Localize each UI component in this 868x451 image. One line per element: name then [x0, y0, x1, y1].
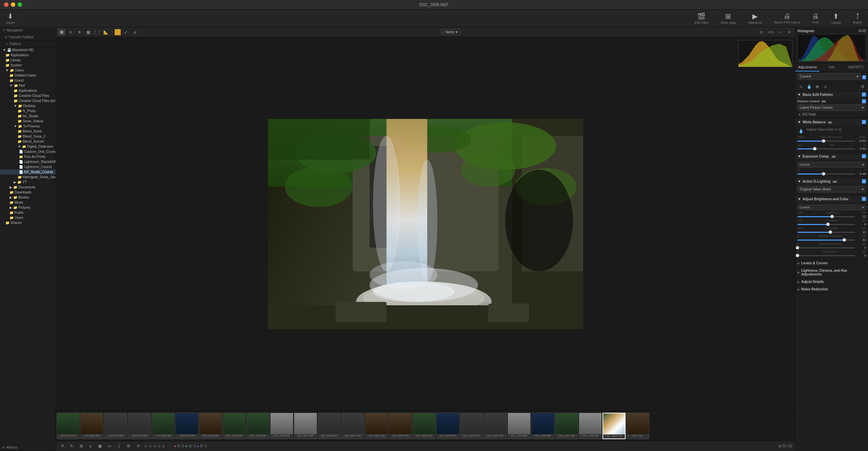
film-thumb[interactable]: DSC_2151.NEF [555, 413, 578, 439]
film-thumb[interactable]: DSC_0657.NEF [365, 413, 388, 439]
film-thumb[interactable]: DSC_0239.NEF [223, 413, 246, 439]
exp-checkbox[interactable]: ✓ [862, 154, 866, 158]
basic-edit-header[interactable]: ▼ Basic Edit Palettes ✓ [795, 91, 868, 98]
film-thumb[interactable]: DSC_0684.NEF [413, 413, 436, 439]
navigation-header[interactable]: ▼ Navigation [0, 27, 56, 34]
tab-xmp-iptc[interactable]: XMP/IPTC [844, 64, 868, 71]
preset-enable-checkbox[interactable]: ✓ [862, 75, 866, 79]
sidebar-item-documents[interactable]: ▶ 📁 Documents [0, 185, 56, 190]
film-thumb[interactable]: DSC_0260.NEF [246, 413, 270, 439]
sidebar-item-to-process[interactable]: ▼ 📁 To Process [0, 124, 56, 129]
film-thumb[interactable]: DSC_290_ [626, 413, 649, 439]
film-thumb[interactable]: DSC_0818.NEF [436, 413, 459, 439]
import-button[interactable]: ⬇ Import [3, 11, 18, 26]
print-button[interactable]: 🖨 Print [809, 11, 822, 25]
dlhs-thumb[interactable] [796, 254, 799, 257]
lightness-chroma-section[interactable]: ▶ Lightness, Chroma, and Hue Adjustments [795, 267, 868, 278]
view-grid-button[interactable]: ⊞ [58, 29, 65, 36]
exp-thumb[interactable] [822, 172, 825, 176]
sidebar-item-pictures[interactable]: ▶ 📁 Pictures [0, 205, 56, 210]
sidebar-item-n-photo[interactable]: 📁 N_Photo [0, 108, 56, 114]
sidebar-item-system[interactable]: 📁 System [0, 63, 56, 68]
undo-button[interactable]: ↺ [859, 83, 866, 90]
shadow-track[interactable] [797, 247, 855, 248]
sidebar-item-users[interactable]: ▼ 📁 Users [0, 68, 56, 73]
sidebar-item-nx-studio[interactable]: 📁 Nx_Studio [0, 114, 56, 119]
film-thumb[interactable]: DSC_1144.NEF [460, 413, 483, 439]
film-thumb[interactable]: DSC_0337.NEF [294, 413, 317, 439]
sidebar-item-blend-snow[interactable]: 📁 Blend_Snow [0, 129, 56, 134]
tab-adjustments[interactable]: Adjustments [795, 64, 820, 71]
favorite-folders-header[interactable]: ▶ Favorite Folders [0, 34, 56, 41]
saturation-track[interactable] [797, 232, 855, 233]
sidebar-item-creative-cloud[interactable]: 📁 Creative Cloud Files [0, 93, 56, 98]
tab-info[interactable]: Info [820, 64, 844, 71]
star-3[interactable]: ★ [153, 444, 157, 449]
film-thumb[interactable]: DSC_1848.NEF [531, 413, 554, 439]
view-list-button[interactable]: ≡ [67, 29, 74, 36]
bc-current-selector[interactable]: Current ▾ [797, 205, 866, 210]
sidebar-item-macintosh-hd[interactable]: ▼ 💾 Macintosh HD [0, 47, 56, 53]
dl-checkbox[interactable]: ✓ [862, 179, 866, 183]
zoom-in-button[interactable]: + [786, 29, 793, 36]
contrast-track[interactable] [797, 224, 855, 225]
sidebar-item-neil[interactable]: ▼ 📁 Neil [0, 83, 56, 88]
sidebar-item-lightroom-bw[interactable]: 📄 Lightroom_Black&White [0, 159, 56, 164]
histogram-button[interactable]: ⌊ [116, 443, 122, 450]
brightness-color-header[interactable]: ▼ Adjust Brightness and Color ✓ [795, 196, 868, 202]
noise-reduction-section[interactable]: ▶ Noise Reduction [795, 286, 868, 293]
adjust-details-section[interactable]: ▶ Adjust Details [795, 278, 868, 286]
star-2[interactable]: ★ [149, 444, 152, 449]
minimize-button[interactable] [11, 2, 15, 7]
view-compare-button[interactable]: ▦ [84, 29, 92, 36]
film-thumb[interactable]: DSC_1205.NEF [484, 413, 507, 439]
highlight-thumb[interactable] [843, 238, 846, 242]
sidebar-item-fine-art[interactable]: 📁 Fine Art Prints [0, 154, 56, 159]
close-button[interactable] [4, 2, 8, 7]
maximize-button[interactable] [18, 2, 22, 7]
levels-curves-section[interactable]: ▶ Levels & Curves [795, 260, 868, 267]
tint-thumb[interactable] [813, 147, 816, 150]
slideshow-button[interactable]: ▶ Slideshow [745, 11, 765, 26]
d-lighting-header[interactable]: ▼ Active D-Lighting ZH ✓ [795, 178, 868, 185]
comment-tool-button[interactable]: ♬ [822, 83, 829, 90]
fit-button[interactable]: ⊡ [758, 29, 765, 36]
list-view-button[interactable]: ≡ [87, 443, 94, 450]
sidebar-item-nx-studio-course[interactable]: 📄 NX_Studio_Course [0, 169, 56, 175]
brightness-thumb[interactable] [830, 215, 834, 218]
view-multi-button[interactable]: ⋮⋮ [93, 29, 101, 36]
sidebar-item-users2[interactable]: 📁 Users [0, 215, 56, 220]
film-thumb[interactable]: DSC_0131.NEF [199, 413, 222, 439]
filmstrip-button[interactable]: ▭ [106, 443, 113, 450]
film-thumb-selected[interactable]: DSC_2806.NEF [603, 413, 626, 439]
sidebar-item-guest[interactable]: 📁 Guest [0, 78, 56, 83]
albums-header[interactable]: ▶ Albums [0, 444, 56, 451]
sidebar-item-blend-snow-2[interactable]: 📁 Blend_Snow_2 [0, 134, 56, 139]
exposure-comp-header[interactable]: ▼ Exposure Comp. ZH ✓ [795, 153, 868, 160]
sidebar-item-neil-applications[interactable]: 📁 Applications [0, 88, 56, 93]
sidebar-item-harrogate-snow[interactable]: 📁 Harrogate_Snow_Jan_2021 [0, 175, 56, 180]
rotate-left-button[interactable]: ↺ [59, 443, 65, 450]
sidebar-item-library[interactable]: 📁 Library [0, 58, 56, 63]
color-temp-thumb[interactable] [822, 139, 825, 143]
epson-print-button[interactable]: 🖨 Epson Print Layout [771, 11, 803, 25]
star-4[interactable]: ★ [157, 444, 161, 449]
zoom-out-button[interactable]: − [777, 29, 784, 36]
shadow-thumb[interactable] [796, 246, 799, 249]
eyedropper-tool-button[interactable]: 💧 [806, 83, 812, 90]
film-thumb[interactable]: DSC_0340.NEF [318, 413, 341, 439]
picture-control-selector[interactable]: Latest Picture Control ▾ [797, 104, 866, 111]
exp-track[interactable] [797, 173, 855, 175]
settings-button[interactable]: ⚙ [125, 443, 132, 450]
exp-current-selector[interactable]: Current ▾ [797, 162, 866, 167]
color-temp-track[interactable] [797, 141, 855, 142]
dl-selector[interactable]: Original Value (Auto) ▾ [797, 186, 866, 192]
folders-header[interactable]: ▼ Folders [0, 41, 56, 47]
dlhs-track[interactable] [797, 255, 855, 256]
film-thumb[interactable]: _DCF5979.NEF [128, 413, 151, 439]
sidebar-item-blend-sunset[interactable]: 📁 Blend_Sunset [0, 139, 56, 144]
zoom-fit-button[interactable]: ⤢ [122, 29, 130, 36]
film-thumb[interactable]: _DCF5972.NEF [104, 413, 127, 439]
retouch-tool-button[interactable]: ⊕ [814, 83, 821, 90]
basic-edit-checkbox[interactable]: ✓ [862, 93, 866, 97]
